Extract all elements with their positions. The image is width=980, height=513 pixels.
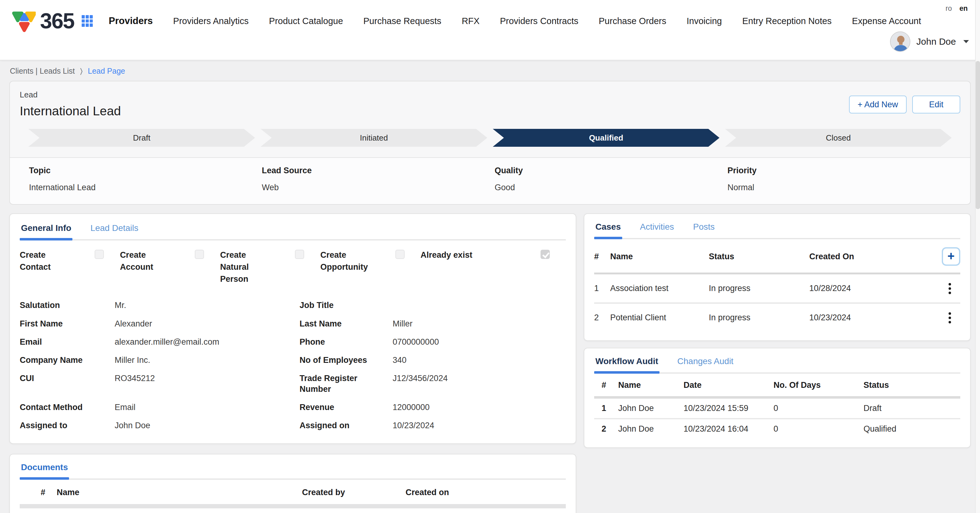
summary-value: International Lead: [29, 183, 262, 193]
row-actions-kebab-icon[interactable]: [948, 317, 951, 319]
tab-general-info[interactable]: General Info: [20, 223, 72, 239]
cases-table-header: # Name Status Created On +: [594, 241, 960, 274]
create-opportunity-option: Create Opportunity: [320, 249, 420, 285]
field-value-no-of-employees: 340: [393, 355, 566, 366]
page-title: International Lead: [20, 104, 121, 118]
add-new-button[interactable]: + Add New: [849, 96, 907, 113]
column-header: Status: [709, 252, 809, 261]
nav-item-purchase-orders[interactable]: Purchase Orders: [599, 16, 666, 26]
create-natural-person-option: Create Natural Person: [220, 249, 320, 285]
add-case-button[interactable]: +: [942, 247, 960, 266]
summary-label: Lead Source: [262, 166, 495, 175]
table-row[interactable]: 1 Association test In progress 10/28/202…: [594, 274, 960, 303]
nav-item-providers-contracts[interactable]: Providers Contracts: [500, 16, 578, 26]
nav-item-purchase-requests[interactable]: Purchase Requests: [363, 16, 441, 26]
field-label: Contact Method: [20, 402, 115, 413]
scrollbar-thumb[interactable]: [976, 61, 980, 209]
field-label: Last Name: [299, 319, 393, 329]
field-label: Job Title: [299, 300, 393, 311]
create-opportunity-checkbox[interactable]: [395, 250, 405, 259]
tab-workflow-audit[interactable]: Workflow Audit: [594, 356, 660, 373]
column-header: Created by: [302, 488, 406, 497]
breadcrumb-parent-link[interactable]: Clients | Leads List: [10, 67, 75, 75]
nav-item-rfx[interactable]: RFX: [461, 16, 479, 26]
field-label: Revenue: [299, 402, 393, 413]
nav-item-entry-reception-notes[interactable]: Entry Reception Notes: [742, 16, 832, 26]
table-row[interactable]: 2 Potential Client In progress 10/23/202…: [594, 303, 960, 332]
audit-status: Qualified: [864, 424, 960, 434]
nav-item-providers[interactable]: Providers: [109, 16, 153, 27]
field-value-salutation: Mr.: [115, 300, 299, 311]
breadcrumb-current-link[interactable]: Lead Page: [88, 67, 125, 75]
checkbox-label: Create Natural Person: [220, 249, 268, 285]
field-label: First Name: [20, 319, 115, 329]
tab-cases[interactable]: Cases: [594, 222, 622, 238]
stage-initiated[interactable]: Initiated: [261, 129, 488, 147]
stage-qualified[interactable]: Qualified: [493, 129, 719, 147]
audit-status: Draft: [864, 403, 960, 413]
language-en[interactable]: en: [959, 4, 968, 12]
create-options: Create Contact Create Account Create Nat…: [20, 249, 566, 285]
main-nav: Providers Providers Analytics Product Ca…: [109, 16, 921, 27]
nav-item-expense-account[interactable]: Expense Account: [852, 16, 921, 26]
lead-fields: Salutation Mr. Job Title First Name Alex…: [20, 300, 566, 431]
create-natural-person-checkbox[interactable]: [295, 250, 304, 259]
field-value-first-name: Alexander: [115, 319, 299, 329]
field-label: Trade Register Number: [299, 373, 393, 395]
tab-changes-audit[interactable]: Changes Audit: [676, 356, 735, 373]
create-contact-option: Create Contact: [20, 249, 120, 285]
apps-grid-icon[interactable]: [82, 15, 93, 27]
column-header: Created on: [406, 488, 566, 497]
field-label: Assigned on: [299, 420, 393, 431]
audit-days: 0: [773, 403, 864, 413]
audit-table-header: # Name Date No. Of Days Status: [594, 375, 960, 398]
language-switcher: ro en: [945, 4, 968, 13]
column-header: #: [41, 488, 57, 497]
summary-value: Normal: [728, 183, 961, 193]
case-num: 1: [594, 284, 610, 293]
field-value-email: alexander.miller@email.com: [115, 337, 299, 347]
create-account-checkbox[interactable]: [195, 250, 204, 259]
summary-value: Web: [262, 183, 495, 193]
tab-lead-details[interactable]: Lead Details: [89, 223, 140, 239]
row-actions-kebab-icon[interactable]: [948, 287, 951, 290]
case-created-on: 10/28/2024: [809, 284, 939, 293]
edit-button[interactable]: Edit: [912, 96, 960, 113]
create-contact-checkbox[interactable]: [95, 250, 104, 259]
table-row[interactable]: 2 John Doe 10/23/2024 16:04 0 Qualified: [594, 418, 960, 439]
nav-item-product-catalogue[interactable]: Product Catalogue: [269, 16, 343, 26]
nav-item-invoicing[interactable]: Invoicing: [687, 16, 722, 26]
user-avatar: [890, 32, 910, 52]
cases-card: Cases Activities Posts # Name Status Cre…: [584, 213, 971, 341]
summary-label: Priority: [728, 166, 961, 175]
app-logo-icon[interactable]: [9, 9, 36, 33]
field-value-last-name: Miller: [393, 319, 566, 329]
tab-posts[interactable]: Posts: [692, 222, 716, 238]
already-exist-checkbox[interactable]: [541, 250, 550, 259]
language-ro[interactable]: ro: [945, 4, 951, 12]
nav-item-providers-analytics[interactable]: Providers Analytics: [173, 16, 249, 26]
field-value-company-name: Miller Inc.: [115, 355, 299, 366]
audit-name: John Doe: [618, 403, 684, 413]
top-navigation-bar: 365 Providers Providers Analytics Produc…: [0, 0, 980, 61]
field-value-assigned-on: 10/23/2024: [393, 420, 566, 431]
audit-date: 10/23/2024 16:04: [684, 424, 773, 434]
tab-documents[interactable]: Documents: [20, 462, 69, 478]
general-info-tabs: General Info Lead Details: [20, 223, 566, 241]
stage-draft[interactable]: Draft: [29, 129, 255, 147]
case-status: In progress: [709, 313, 809, 322]
audit-num: 2: [601, 424, 618, 434]
documents-tabs: Documents: [20, 462, 566, 480]
tab-activities[interactable]: Activities: [639, 222, 675, 238]
user-menu[interactable]: John Doe: [890, 32, 969, 52]
column-header: Name: [57, 488, 302, 497]
cases-tabs: Cases Activities Posts: [594, 222, 960, 239]
chevron-down-icon: [963, 40, 969, 43]
checkbox-label: Already exist: [421, 249, 536, 261]
checkbox-label: Create Contact: [20, 249, 68, 273]
column-header: Created On: [809, 252, 939, 261]
column-header: #: [594, 252, 610, 261]
table-row[interactable]: 1 John Doe 10/23/2024 15:59 0 Draft: [594, 398, 960, 418]
summary-label: Quality: [495, 166, 728, 175]
stage-closed[interactable]: Closed: [725, 129, 952, 147]
